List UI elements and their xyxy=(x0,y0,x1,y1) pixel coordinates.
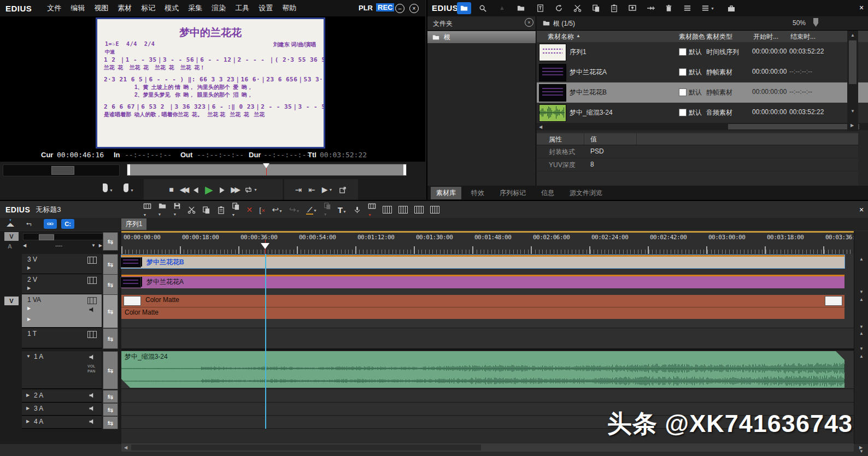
scroll-up-icon[interactable]: ▲ xyxy=(859,331,864,336)
menu-view[interactable]: 视图 xyxy=(94,3,108,13)
next-track-icon[interactable]: ▶ xyxy=(99,244,102,248)
rec-toggle[interactable]: REC xyxy=(376,3,394,11)
scroll-left-icon[interactable]: ◀ xyxy=(124,446,127,450)
scroll-down-icon[interactable]: ▼ xyxy=(859,290,864,294)
clip-color-matte[interactable]: Color Matte xyxy=(121,295,844,307)
speaker-icon[interactable] xyxy=(89,418,95,425)
track-rail-video-badge[interactable]: V xyxy=(4,232,19,241)
scroll-left-icon[interactable]: ◀ xyxy=(539,125,542,129)
track-header-3v[interactable]: 3 V ▶ xyxy=(22,254,102,274)
asset-row-still-b-selected[interactable]: 梦中兰花花B 默认 静帧素材 00:00:00:00 --:--:--:-- xyxy=(537,82,868,103)
lane-1t[interactable] xyxy=(121,328,854,349)
video-track-icon[interactable] xyxy=(87,257,97,264)
tab-info[interactable]: 信息 xyxy=(536,187,560,199)
asset-row-sequence[interactable]: 序列1 默认 时间线序列 00:00:00:00 00:03:52:22 xyxy=(537,42,868,63)
add-clip-icon[interactable] xyxy=(647,4,655,13)
lane-1va[interactable]: Color Matte Color Matte xyxy=(121,294,854,328)
fast-forward-button[interactable]: ▶▶ xyxy=(231,186,238,193)
bin-view-button[interactable] xyxy=(457,2,471,14)
expand-track-icon[interactable]: ▶ xyxy=(27,317,31,322)
speaker-icon[interactable] xyxy=(89,405,95,412)
tab-effects[interactable]: 特效 xyxy=(466,187,490,199)
expand-track-icon[interactable]: ▶ xyxy=(26,393,30,398)
redo-button[interactable]: ↪▼ xyxy=(289,205,300,215)
folder-tree-root-item[interactable]: 根 xyxy=(427,31,536,43)
move-up-icon[interactable]: ▲ xyxy=(499,4,505,11)
minimize-button[interactable]: – xyxy=(395,4,404,13)
swap-button[interactable]: ⇆ xyxy=(103,254,118,275)
swap-button[interactable]: ⇆ xyxy=(103,351,118,389)
folders-close-icon[interactable]: × xyxy=(525,18,533,27)
col-name[interactable]: 素材名称 xyxy=(548,32,574,42)
asset-row-audio[interactable]: 梦中_缩混3-24 默认 音频素材 00:00:00:00 00:03:52:2… xyxy=(537,103,868,123)
expand-track-icon[interactable]: ▶ xyxy=(27,266,31,270)
multicam-icon[interactable] xyxy=(414,206,424,214)
undo-button[interactable]: ↩▼ xyxy=(272,205,283,215)
track-select-dropdown[interactable]: ◀ ---- ▼ ▶ xyxy=(23,241,102,250)
open-project-button[interactable]: ▼ xyxy=(158,202,167,217)
track-header-2a[interactable]: ▶ 2 A xyxy=(22,390,102,402)
paste-icon[interactable] xyxy=(610,4,618,13)
delete-icon[interactable] xyxy=(665,4,673,13)
rewind-button[interactable]: ◀◀ xyxy=(180,186,187,193)
clip-still-a[interactable]: 梦中兰花花A xyxy=(121,275,844,288)
track-header-2v[interactable]: 2 V ▶ xyxy=(22,274,102,294)
chevron-down-icon[interactable]: ▼ xyxy=(91,244,96,248)
timeline-vscroll-strip[interactable]: ▲ ▼ ▲ ▼ ▲ ▼ ▲ ▼ xyxy=(854,231,868,444)
menu-tools[interactable]: 工具 xyxy=(235,3,249,13)
swap-button[interactable]: ⇆ xyxy=(103,294,118,328)
detail-view-button[interactable]: ▼ xyxy=(701,4,714,13)
copy-icon[interactable] xyxy=(592,4,600,13)
mixer-icon[interactable] xyxy=(383,206,392,214)
timeline-zoom-thumb[interactable] xyxy=(39,234,54,240)
tab-source-browser[interactable]: 源文件浏览 xyxy=(564,187,608,199)
voiceover-icon[interactable] xyxy=(353,205,361,214)
vol-label[interactable]: VOL xyxy=(87,364,95,368)
export-mode-icon[interactable] xyxy=(430,206,439,214)
menu-clip[interactable]: 素材 xyxy=(118,3,132,13)
chevron-down-icon[interactable]: ▼ xyxy=(254,188,257,192)
set-out-marker-button[interactable]: ▼ xyxy=(124,183,134,192)
add-key-button[interactable]: ▼ xyxy=(324,202,331,217)
expand-track-icon[interactable]: ▶ xyxy=(26,406,30,411)
timeline-close-icon[interactable]: × xyxy=(859,205,864,214)
insert-overwrite-mode-icon[interactable]: ▼ ◢◣ xyxy=(7,220,17,228)
menu-edit[interactable]: 编辑 xyxy=(71,3,85,13)
toolbox-icon[interactable] xyxy=(727,4,736,13)
asset-hscroll-thumb[interactable] xyxy=(728,124,859,129)
scroll-up-icon[interactable]: ▲ xyxy=(859,354,864,359)
scroll-down-icon[interactable]: ▼ xyxy=(859,325,864,329)
timeline-ruler[interactable]: 00:00:00:00 00:00:18:00 00:00:36:00 00:0… xyxy=(121,231,854,254)
track-header-1t[interactable]: 1 T xyxy=(22,328,102,348)
speaker-icon[interactable] xyxy=(89,354,95,360)
timeline-zoom-slider[interactable] xyxy=(23,233,103,240)
send-to-timeline-icon[interactable] xyxy=(628,4,637,13)
video-track-icon[interactable] xyxy=(87,277,97,284)
col-end[interactable]: 结束时... xyxy=(790,32,816,42)
new-folder-icon[interactable] xyxy=(517,4,525,12)
expand-track-icon[interactable]: ▶ xyxy=(26,419,30,424)
pan-label[interactable]: PAN xyxy=(87,369,95,373)
timeline-hscroll-thumb[interactable] xyxy=(131,445,481,451)
next-frame-button[interactable]: ▶ xyxy=(220,186,225,193)
asset-hscrollbar[interactable]: ◀ xyxy=(537,123,868,131)
loop-button[interactable]: ▼ xyxy=(244,186,257,194)
add-to-timeline-button[interactable]: ▼ xyxy=(368,202,376,218)
lane-1a[interactable]: 梦中_缩混3-24 xyxy=(121,351,854,389)
copy-icon[interactable] xyxy=(202,206,210,214)
asset-vscrollbar[interactable]: ▲ ▼ ▶ xyxy=(847,31,858,131)
property-row[interactable]: 封装格式 PSD xyxy=(537,145,858,158)
chevron-down-icon[interactable]: ▼ xyxy=(109,188,113,192)
set-out-button[interactable]: ⇤ xyxy=(308,186,315,194)
property-row[interactable]: YUV深度 8 xyxy=(537,158,858,171)
ripple-delete-button[interactable]: [✕ xyxy=(259,206,265,214)
close-button[interactable]: × xyxy=(409,4,419,13)
collapse-track-icon[interactable]: ▼ xyxy=(26,354,31,359)
track-header-1va-selected[interactable]: 1 VA ▶ ▶ xyxy=(22,294,102,328)
expand-track-icon[interactable]: ▶ xyxy=(27,306,31,311)
timeline-playhead-line[interactable] xyxy=(265,254,266,429)
va-splitter[interactable] xyxy=(121,348,854,351)
tab-sequence-marker[interactable]: 序列标记 xyxy=(494,187,531,199)
scroll-down-icon[interactable]: ▼ xyxy=(859,347,864,351)
swap-button[interactable]: ⇆ xyxy=(103,416,118,429)
